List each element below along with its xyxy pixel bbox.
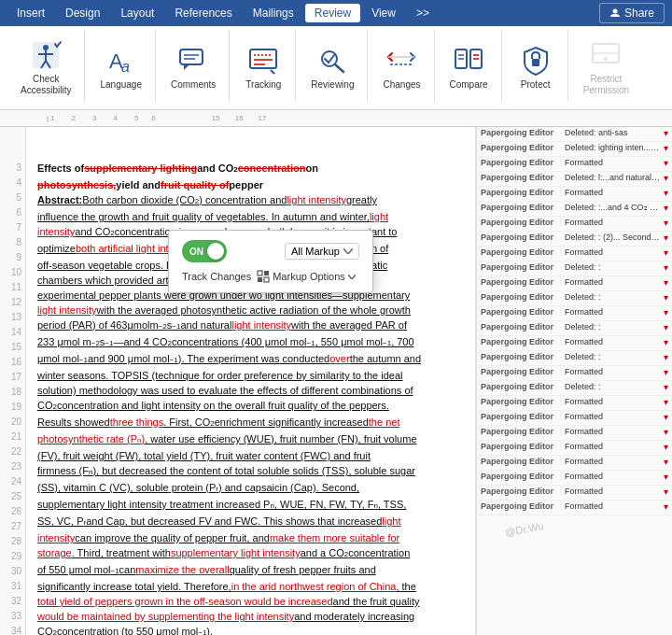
- comment-11: Papergoing Editor Formatted ▾: [477, 276, 672, 291]
- toggle-on-label: ON: [189, 247, 203, 257]
- track-changes-label[interactable]: Track Changes: [182, 271, 251, 282]
- line-num-11: 11: [0, 280, 21, 295]
- comment-1: Papergoing Editor Deleted: anti-sas ▾: [477, 127, 672, 142]
- comments-icon: [175, 42, 212, 79]
- svg-rect-26: [532, 59, 539, 66]
- menu-references[interactable]: References: [165, 4, 241, 22]
- protect-icon: [517, 42, 554, 79]
- changes-button[interactable]: Changes: [377, 40, 426, 92]
- doc-line-18: CO2 concentration and light intensity on…: [37, 398, 464, 415]
- check-accessibility-button[interactable]: Check Accessibility: [15, 35, 77, 98]
- title-deleted-1: supplementary lighting: [84, 161, 197, 176]
- protect-button[interactable]: Protect: [511, 40, 560, 92]
- tracking-button[interactable]: Tracking: [239, 40, 287, 92]
- svg-rect-30: [258, 271, 262, 275]
- line-num-33: 33: [0, 609, 21, 624]
- doc-line-23: (SS), vitamin C (VC), soluble protein (P…: [37, 480, 464, 497]
- toggle-knob: [207, 243, 224, 260]
- doc-line-28: of 550 μmol mol−1 can maximize the overa…: [37, 562, 464, 579]
- comment-14: Papergoing Editor Deleted: : ▾: [477, 321, 672, 336]
- restrict-icon: [587, 36, 624, 74]
- comment-2: Papergoing Editor Deleted: ighting inten…: [477, 142, 672, 157]
- markup-selector[interactable]: All Markup: [285, 243, 359, 260]
- comment-13: Papergoing Editor Formatted ▾: [477, 306, 672, 321]
- compare-button[interactable]: Compare: [444, 40, 494, 92]
- line-num-12: 12: [0, 295, 21, 310]
- menu-mailings[interactable]: Mailings: [244, 4, 303, 22]
- svg-text:a: a: [121, 59, 130, 75]
- line-num-32: 32: [0, 594, 21, 609]
- markup-options-label: Markup Options: [273, 271, 345, 282]
- line-num-7: 7: [0, 220, 21, 235]
- menu-review[interactable]: Review: [305, 4, 360, 22]
- line-num-22: 22: [0, 444, 21, 459]
- document-area: 3 4 5 6 7 8 9 10 11 12 13 14 15 16 17 18…: [0, 127, 672, 635]
- document-content[interactable]: Effects of supplementary lighting and CO…: [26, 127, 476, 635]
- line-num-8: 8: [0, 235, 21, 250]
- restrict-permission-button: Restrict Permission: [578, 35, 635, 98]
- language-button[interactable]: A a Language: [94, 40, 147, 92]
- accessibility-icon: [27, 36, 64, 74]
- comment-24: Papergoing Editor Formatted ▾: [477, 471, 672, 486]
- line-num-6: 6: [0, 205, 21, 220]
- menu-more[interactable]: >>: [407, 4, 439, 22]
- doc-line-5: Abstract: Both carbon dioxide (CO2) conc…: [37, 192, 464, 209]
- menu-design[interactable]: Design: [56, 4, 109, 22]
- markup-options-chevron-icon: [348, 275, 356, 279]
- comment-17: Papergoing Editor Formatted ▾: [477, 366, 672, 381]
- compare-label: Compare: [450, 79, 488, 91]
- comment-20: Papergoing Editor Formatted ▾: [477, 411, 672, 426]
- line-num-14: 14: [0, 325, 21, 340]
- line-num-18: 18: [0, 385, 21, 400]
- title-yield: yield and: [116, 177, 161, 192]
- line-num-24: 24: [0, 474, 21, 489]
- svg-rect-33: [264, 277, 269, 282]
- doc-line-1: [37, 131, 464, 146]
- markup-options-button[interactable]: Markup Options: [257, 270, 356, 283]
- doc-line-21: (FV), fruit weight (FW), total yield (TY…: [37, 448, 464, 463]
- title-and: and CO: [197, 161, 233, 176]
- line-num-5: 5: [0, 190, 21, 205]
- title-deleted-3: photosynthesis,: [37, 177, 116, 192]
- doc-line-2: [37, 146, 464, 161]
- menu-view[interactable]: View: [362, 4, 405, 22]
- doc-line-20: photosynthetic rate (Pn ) , water use ef…: [37, 431, 464, 448]
- svg-rect-32: [258, 277, 262, 282]
- ribbon-group-tracking: Tracking: [231, 30, 296, 102]
- svg-rect-12: [250, 49, 276, 68]
- line-num-31: 31: [0, 579, 21, 594]
- ruler: | 1 2 3 4 5 6 15 16 17: [0, 110, 672, 127]
- line-numbers: 3 4 5 6 7 8 9 10 11 12 13 14 15 16 17 18…: [0, 127, 26, 635]
- track-changes-toggle[interactable]: ON: [182, 240, 227, 262]
- line-num-10: 10: [0, 265, 21, 280]
- comment-18: Papergoing Editor Deleted: : ▾: [477, 381, 672, 396]
- doc-line-30: total yield of peppers grown in the off-…: [37, 594, 464, 609]
- comments-sidebar: Papergoing Editor Deleted: anti-sas ▾ Pa…: [476, 127, 672, 635]
- reviewing-label: Reviewing: [311, 79, 354, 91]
- markup-options-icon: [257, 270, 270, 283]
- title-pepper: pepper: [229, 177, 263, 192]
- line-num-29: 29: [0, 549, 21, 564]
- menu-layout[interactable]: Layout: [111, 4, 163, 22]
- line-num-21: 21: [0, 430, 21, 444]
- comment-23: Papergoing Editor Formatted ▾: [477, 456, 672, 471]
- doc-line-26: intensity can improve the quality of pep…: [37, 530, 464, 545]
- comment-3: Papergoing Editor Formatted ▾: [477, 157, 672, 172]
- comment-22: Papergoing Editor Formatted ▾: [477, 441, 672, 456]
- watermark: @Dr.Wu: [504, 519, 552, 538]
- menu-insert[interactable]: Insert: [7, 4, 54, 22]
- doc-line-6: influence the growth and fruit quality o…: [37, 209, 464, 224]
- comment-7: Papergoing Editor Formatted ▾: [477, 217, 672, 232]
- comments-label: Comments: [171, 79, 216, 91]
- tracking-icon: [245, 42, 282, 79]
- person-icon: [609, 7, 621, 19]
- ribbon: Check Accessibility A a Language: [0, 26, 672, 110]
- comments-button[interactable]: Comments: [165, 40, 221, 92]
- title-deleted-4: fruit quality of: [161, 177, 229, 192]
- reviewing-button[interactable]: Reviewing: [305, 40, 359, 92]
- line-num-27: 27: [0, 519, 21, 534]
- line-num-13: 13: [0, 310, 21, 325]
- share-button[interactable]: Share: [599, 3, 665, 23]
- line-num-15: 15: [0, 340, 21, 355]
- line-num-1: [0, 131, 21, 146]
